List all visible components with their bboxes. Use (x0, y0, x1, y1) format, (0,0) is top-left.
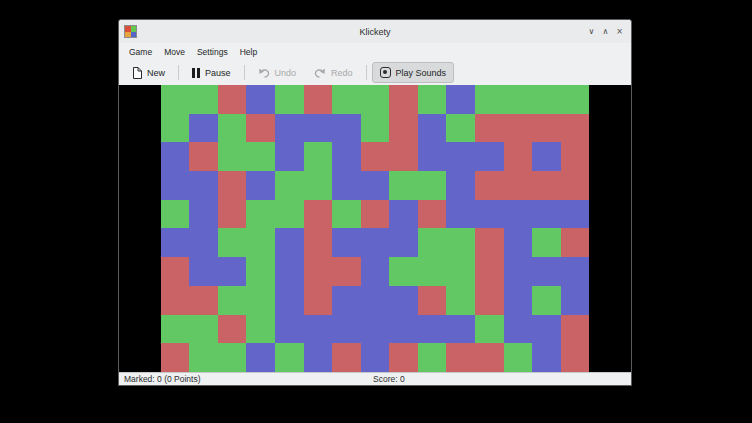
tile[interactable] (304, 114, 333, 143)
tile[interactable] (532, 228, 561, 257)
tile[interactable] (218, 343, 247, 372)
tile[interactable] (504, 142, 533, 171)
tile[interactable] (246, 200, 275, 229)
tile[interactable] (475, 114, 504, 143)
tile[interactable] (304, 343, 333, 372)
tile[interactable] (332, 315, 361, 344)
tile[interactable] (532, 343, 561, 372)
tile[interactable] (332, 343, 361, 372)
tile[interactable] (161, 228, 190, 257)
play-sounds-toggle[interactable]: Play Sounds (372, 62, 455, 83)
tile[interactable] (532, 171, 561, 200)
tile[interactable] (218, 142, 247, 171)
tile[interactable] (275, 171, 304, 200)
menu-game[interactable]: Game (123, 45, 158, 59)
pause-button[interactable]: Pause (184, 63, 239, 83)
tile[interactable] (389, 85, 418, 114)
tile[interactable] (561, 114, 590, 143)
tile[interactable] (161, 85, 190, 114)
tile[interactable] (446, 142, 475, 171)
tile[interactable] (475, 142, 504, 171)
tile[interactable] (532, 142, 561, 171)
tile[interactable] (161, 171, 190, 200)
tile[interactable] (504, 257, 533, 286)
tile[interactable] (418, 315, 447, 344)
tile[interactable] (218, 286, 247, 315)
close-button[interactable]: × (616, 28, 623, 36)
tile[interactable] (418, 343, 447, 372)
tile[interactable] (246, 171, 275, 200)
tile[interactable] (418, 200, 447, 229)
tile[interactable] (446, 200, 475, 229)
tile[interactable] (475, 343, 504, 372)
tile[interactable] (389, 257, 418, 286)
tile[interactable] (561, 200, 590, 229)
tile[interactable] (189, 85, 218, 114)
tile[interactable] (475, 315, 504, 344)
tile[interactable] (504, 171, 533, 200)
tile[interactable] (361, 257, 390, 286)
new-button[interactable]: New (124, 62, 173, 84)
tile[interactable] (275, 114, 304, 143)
tile[interactable] (561, 315, 590, 344)
tile[interactable] (389, 114, 418, 143)
tile[interactable] (304, 142, 333, 171)
tile[interactable] (218, 228, 247, 257)
tile[interactable] (446, 228, 475, 257)
tile[interactable] (332, 200, 361, 229)
tile[interactable] (304, 257, 333, 286)
tile[interactable] (561, 142, 590, 171)
tile[interactable] (332, 228, 361, 257)
tile[interactable] (504, 228, 533, 257)
tile[interactable] (246, 343, 275, 372)
tile[interactable] (361, 142, 390, 171)
tile[interactable] (532, 257, 561, 286)
tile[interactable] (475, 228, 504, 257)
tile[interactable] (361, 228, 390, 257)
tile[interactable] (389, 142, 418, 171)
tile[interactable] (189, 315, 218, 344)
tile[interactable] (361, 171, 390, 200)
tile[interactable] (361, 343, 390, 372)
tile[interactable] (446, 171, 475, 200)
tile[interactable] (475, 200, 504, 229)
menu-move[interactable]: Move (158, 45, 191, 59)
tile[interactable] (218, 171, 247, 200)
tile[interactable] (189, 142, 218, 171)
tile[interactable] (446, 257, 475, 286)
tile[interactable] (332, 286, 361, 315)
tile[interactable] (189, 114, 218, 143)
tile[interactable] (504, 114, 533, 143)
tile[interactable] (446, 85, 475, 114)
tile[interactable] (561, 85, 590, 114)
titlebar[interactable]: Klickety ∨ ∧ × (119, 20, 631, 43)
tile[interactable] (218, 114, 247, 143)
tile[interactable] (418, 286, 447, 315)
tile[interactable] (304, 171, 333, 200)
tile[interactable] (246, 85, 275, 114)
tile[interactable] (361, 315, 390, 344)
tile[interactable] (218, 200, 247, 229)
tile[interactable] (161, 343, 190, 372)
tile[interactable] (275, 315, 304, 344)
tile[interactable] (246, 286, 275, 315)
tile[interactable] (418, 228, 447, 257)
tile[interactable] (275, 257, 304, 286)
tile[interactable] (446, 315, 475, 344)
tile[interactable] (418, 257, 447, 286)
tile[interactable] (504, 286, 533, 315)
tile[interactable] (418, 114, 447, 143)
tile[interactable] (389, 286, 418, 315)
tile[interactable] (504, 315, 533, 344)
tile[interactable] (332, 114, 361, 143)
tile[interactable] (161, 142, 190, 171)
tile[interactable] (246, 315, 275, 344)
tile[interactable] (246, 257, 275, 286)
tile[interactable] (218, 85, 247, 114)
tile[interactable] (361, 85, 390, 114)
menu-settings[interactable]: Settings (191, 45, 234, 59)
tile[interactable] (275, 343, 304, 372)
tile[interactable] (475, 171, 504, 200)
tile[interactable] (389, 343, 418, 372)
tile[interactable] (475, 85, 504, 114)
